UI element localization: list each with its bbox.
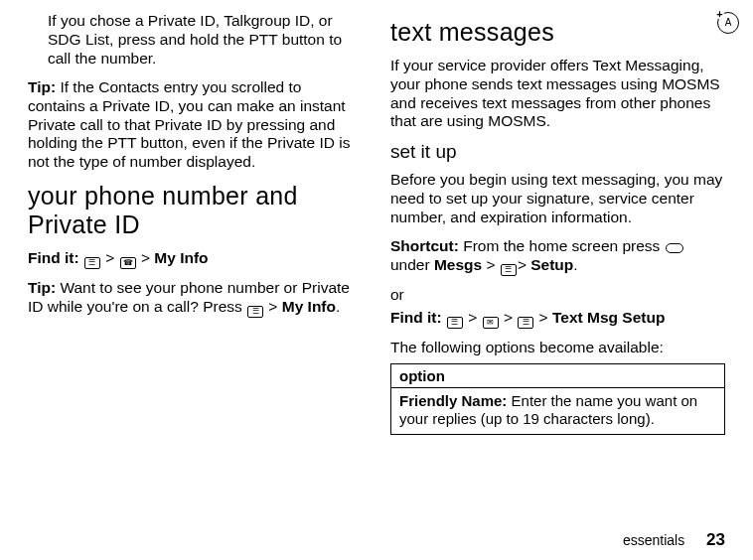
left-heading: your phone number and Private ID [28,182,363,239]
menu-icon: ☰ [518,309,533,329]
contact-card-icon: ☎ [120,249,136,269]
page-number: 23 [706,530,725,549]
shortcut-label: Shortcut: [390,237,459,254]
tip-text: If the Contacts entry you scrolled to co… [28,78,351,171]
find-it-line: Find it: ☰ > ☎ > My Info [28,249,363,269]
page-columns: If you chose a Private ID, Talkgroup ID,… [28,12,725,435]
messages-icon: ✉ [483,309,499,329]
composite-a-icon: A [717,12,739,34]
shortcut-text-b: under [390,257,434,274]
feature-icon: A [717,12,739,34]
left-tip-paragraph: Tip: If the Contacts entry you scrolled … [28,78,363,173]
right-paragraph-2: Before you begin using text messaging, y… [390,171,725,227]
page-footer: essentials 23 [623,530,725,550]
left-intro-paragraph: If you chose a Private ID, Talkgroup ID,… [48,12,363,69]
my-info-label: My Info [154,249,208,266]
find-it-label: Find it: [28,249,79,266]
right-subheading: set it up [390,141,725,163]
text-msg-setup-label: Text Msg Setup [552,309,665,326]
find-it-label-2: Find it: [390,309,442,326]
menu-icon: ☰ [84,249,100,269]
or-text: or [390,286,725,305]
option-table-cell: Friendly Name: Enter the name you want o… [391,388,724,434]
footer-label: essentials [623,532,684,548]
option-table: option Friendly Name: Enter the name you… [390,363,725,435]
option-table-header: option [391,364,724,388]
tip-label: Tip: [28,78,56,95]
mesgs-label: Mesgs [434,257,482,274]
right-column: text messages If your service provider o… [390,12,725,435]
menu-icon: ☰ [501,256,517,276]
right-paragraph-3: The following options become available: [390,339,725,357]
right-heading: text messages [390,18,725,47]
shortcut-text-a: From the home screen press [459,237,665,254]
right-paragraph-1: If your service provider offers Text Mes… [390,57,725,132]
menu-icon: ☰ [247,298,263,318]
left-column: If you chose a Private ID, Talkgroup ID,… [28,12,363,435]
my-info-label-2: My Info [282,298,336,315]
setup-label: Setup [530,257,573,274]
shortcut-line: Shortcut: From the home screen press und… [390,237,725,276]
tip2-text-c: . [336,298,340,315]
menu-icon: ☰ [447,309,463,329]
tip2-label: Tip: [28,279,56,296]
friendly-name-label: Friendly Name: [399,392,507,409]
find-it-line-2: Find it: ☰ > ✉ > ☰ > Text Msg Setup [390,309,725,329]
left-tip2-paragraph: Tip: Want to see your phone number or Pr… [28,279,363,318]
softkey-icon [666,238,683,257]
shortcut-text-c: . [573,257,577,274]
